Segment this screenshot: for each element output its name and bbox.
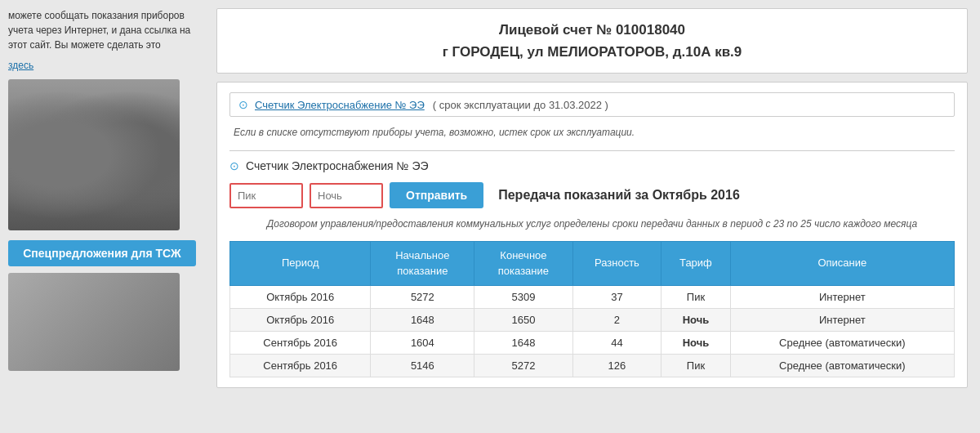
cell-end: 5272 [474, 354, 572, 377]
cell-description: Среднее (автоматически) [730, 354, 954, 377]
cell-diff: 37 [572, 285, 662, 308]
sidebar-image-tsj [8, 273, 180, 371]
account-title-line1: Лицевой счет № 010018040 [234, 19, 951, 41]
meter-top-row: ⊙ Счетчик Электроснабжение № ЭЭ ( срок э… [229, 92, 955, 117]
cell-start: 5146 [371, 354, 474, 377]
table-body: Октябрь 2016 5272 5309 37 Пик Интернет О… [230, 285, 955, 377]
col-diff: Разность [572, 242, 662, 285]
col-end: Конечноепоказание [474, 242, 572, 285]
table-row: Октябрь 2016 1648 1650 2 Ночь Интернет [230, 308, 955, 331]
meter-title-row: ⊙ Счетчик Электроснабжения № ЭЭ [229, 159, 955, 172]
col-tariff: Тариф [662, 242, 730, 285]
input-row: Отправить Передача показаний за Октябрь … [229, 182, 955, 208]
table-row: Октябрь 2016 5272 5309 37 Пик Интернет [230, 285, 955, 308]
meter-main-icon: ⊙ [229, 159, 239, 172]
cell-period: Сентябрь 2016 [230, 331, 371, 354]
cell-start: 5272 [371, 285, 474, 308]
meter-top-link[interactable]: Счетчик Электроснабжение № ЭЭ [255, 99, 425, 111]
transmission-label: Передача показаний за Октябрь 2016 [498, 188, 740, 203]
col-start: Начальноепоказание [371, 242, 474, 285]
sidebar-promo-banner: Спецпредложения для ТСЖ [8, 240, 196, 266]
divider [229, 150, 955, 151]
sidebar-here-link[interactable]: здесь [8, 60, 33, 71]
pik-input[interactable] [229, 183, 303, 208]
cell-description: Среднее (автоматически) [730, 331, 954, 354]
col-description: Описание [730, 242, 954, 285]
cell-tariff: Ночь [662, 331, 730, 354]
account-header: Лицевой счет № 010018040 г ГОРОДЕЦ, ул М… [216, 8, 968, 74]
meter-expiry: ( срок эксплуатации до 31.03.2022 ) [433, 99, 608, 111]
table-header: Период Начальноепоказание Конечноепоказа… [230, 242, 955, 285]
table-row: Сентябрь 2016 1604 1648 44 Ночь Среднее … [230, 331, 955, 354]
cell-period: Сентябрь 2016 [230, 354, 371, 377]
col-period: Период [230, 242, 371, 285]
noch-input[interactable] [310, 183, 383, 208]
cell-period: Октябрь 2016 [230, 285, 371, 308]
cell-diff: 44 [572, 331, 662, 354]
cell-description: Интернет [730, 308, 954, 331]
warning-text: Если в списке отсутствуют приборы учета,… [229, 127, 955, 138]
cell-tariff: Ночь [662, 308, 730, 331]
cell-start: 1604 [371, 331, 474, 354]
meter-section: ⊙ Счетчик Электроснабжение № ЭЭ ( срок э… [216, 82, 968, 387]
cell-tariff: Пик [662, 285, 730, 308]
readings-table: Период Начальноепоказание Конечноепоказа… [229, 241, 955, 377]
cell-end: 1648 [474, 331, 572, 354]
cell-diff: 2 [572, 308, 662, 331]
sidebar-image-meters [8, 79, 180, 230]
table-row: Сентябрь 2016 5146 5272 126 Пик Среднее … [230, 354, 955, 377]
cell-period: Октябрь 2016 [230, 308, 371, 331]
send-button[interactable]: Отправить [390, 182, 483, 208]
main-content: Лицевой счет № 010018040 г ГОРОДЕЦ, ул М… [204, 0, 980, 433]
cell-diff: 126 [572, 354, 662, 377]
cell-end: 5309 [474, 285, 572, 308]
cell-end: 1650 [474, 308, 572, 331]
cell-start: 1648 [371, 308, 474, 331]
account-title-line2: г ГОРОДЕЦ, ул МЕЛИОРАТОРОВ, д.10А кв.9 [234, 41, 951, 63]
terms-text: Договором управления/предоставления комм… [229, 216, 955, 231]
cell-description: Интернет [730, 285, 954, 308]
meter-icon: ⊙ [238, 98, 248, 111]
sidebar: можете сообщать показания приборов учета… [0, 0, 204, 433]
sidebar-intro-text: можете сообщать показания приборов учета… [8, 8, 196, 52]
meter-main-title: Счетчик Электроснабжения № ЭЭ [246, 159, 429, 172]
cell-tariff: Пик [662, 354, 730, 377]
